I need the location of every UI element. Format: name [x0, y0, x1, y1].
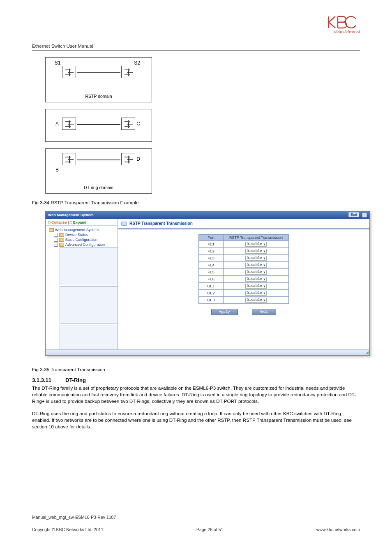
- tt-cell: Disable ▼: [224, 290, 289, 297]
- chevron-down-icon: ▼: [263, 284, 265, 288]
- tree-device-status[interactable]: Device Status: [48, 232, 116, 237]
- col-tt: RSTP Transparent Transmission: [224, 235, 289, 241]
- help-button[interactable]: Help: [252, 309, 277, 315]
- section-number: 3.1.3.11: [32, 377, 51, 383]
- port-cell: FE2: [199, 248, 224, 255]
- switch-node-b: [62, 153, 76, 165]
- folder-icon: [59, 238, 64, 242]
- table-row: GE1Disable ▼: [199, 283, 289, 290]
- chevron-down-icon: ▼: [263, 243, 265, 246]
- nav-tree: Web Management System Device Status Basi…: [46, 226, 118, 349]
- webui-footer: ◢: [46, 349, 369, 355]
- table-row: FE5Disable ▼: [199, 269, 289, 276]
- footer-ref: Manual_web_mgt_sw-ESML6-P3-Rev 1107: [32, 515, 360, 520]
- diagram-node-a-label: A: [55, 121, 59, 127]
- sidebar: □ Collapse | □ Expand Web Management Sys…: [46, 219, 118, 349]
- table-row: FE4Disable ▼: [199, 262, 289, 269]
- table-row: FE6Disable ▼: [199, 276, 289, 283]
- tree-vlan[interactable]: VLAN: [48, 286, 116, 324]
- tree-root[interactable]: Web Management System: [48, 227, 116, 232]
- folder-icon: [59, 243, 64, 247]
- ports-table: Port RSTP Transparent Transmission FE1Di…: [198, 234, 289, 304]
- section-heading: 3.1.3.11 DT-Ring: [32, 377, 360, 383]
- page-icon: [60, 286, 118, 324]
- chevron-down-icon: ▼: [263, 257, 265, 260]
- main-panel: RSTP Transparent Transmission Port RSTP …: [118, 219, 369, 349]
- col-port: Port: [199, 235, 224, 241]
- switch-node-a: [62, 118, 76, 130]
- tt-cell: Disable ▼: [224, 269, 289, 276]
- tt-select[interactable]: Disable ▼: [245, 249, 267, 254]
- tt-select[interactable]: Disable ▼: [245, 298, 267, 303]
- page-icon: [60, 325, 118, 349]
- diagram-node-s2-label: S2: [134, 60, 140, 66]
- expand-link[interactable]: □ Expand: [70, 220, 86, 224]
- chevron-down-icon: ▼: [263, 278, 265, 281]
- tt-select[interactable]: Disable ▼: [245, 270, 267, 275]
- apply-button[interactable]: Apply: [211, 309, 238, 315]
- switch-node-c: [121, 118, 135, 130]
- tree-port-rate[interactable]: Port Rate: [48, 247, 116, 286]
- paragraph-2: DT-Ring uses the ring and port status to…: [32, 410, 360, 430]
- folder-icon: [49, 228, 54, 232]
- webui-title: Web Management System: [48, 213, 94, 217]
- main-heading-row: RSTP Transparent Transmission: [118, 219, 369, 229]
- port-cell: FE6: [199, 276, 224, 283]
- chevron-down-icon: ▼: [263, 271, 265, 274]
- minus-icon: [54, 243, 58, 247]
- resize-grip-icon[interactable]: ◢: [366, 350, 369, 354]
- tt-select[interactable]: Disable ▼: [245, 277, 267, 282]
- switch-node-s2: [121, 66, 135, 78]
- diagram-node-s1-label: S1: [55, 60, 61, 66]
- table-row: FE1Disable ▼: [199, 241, 289, 248]
- webui-titlebar: Web Management System Exit: [46, 211, 369, 219]
- table-row: GE3Disable ▼: [199, 297, 289, 304]
- table-row: FE3Disable ▼: [199, 255, 289, 262]
- diagram-node-b-label: B: [55, 167, 59, 173]
- diagram-node-c-label: C: [136, 121, 140, 127]
- logo-tagline: data delivered: [327, 29, 360, 34]
- manual-title: Ethernet Switch User Manual: [32, 44, 360, 49]
- page-icon: [60, 247, 118, 285]
- switch-node-s1: [62, 66, 76, 78]
- chevron-down-icon: ▼: [263, 250, 265, 253]
- tt-select[interactable]: Disable ▼: [245, 242, 267, 247]
- tt-select[interactable]: Disable ▼: [245, 263, 267, 268]
- page-footer: Manual_web_mgt_sw-ESML6-P3-Rev 1107 Copy…: [32, 515, 360, 532]
- tt-cell: Disable ▼: [224, 262, 289, 269]
- tt-select[interactable]: Disable ▼: [245, 256, 267, 261]
- table-row: FE2Disable ▼: [199, 248, 289, 255]
- web-management-screenshot: Web Management System Exit □ Collapse | …: [45, 211, 370, 356]
- tt-select[interactable]: Disable ▼: [245, 284, 267, 289]
- port-cell: GE2: [199, 290, 224, 297]
- plus-icon: [54, 238, 58, 242]
- fig34-caption: Fig 3-34 RSTP Transparent Transmission E…: [32, 200, 360, 205]
- dtring-domain-label: DT-ring domain: [84, 185, 113, 190]
- tree-basic-config[interactable]: Basic Configuration: [48, 237, 116, 242]
- tt-cell: Disable ▼: [224, 276, 289, 283]
- ie-icon: [362, 213, 367, 217]
- table-row: GE2Disable ▼: [199, 290, 289, 297]
- heading-icon: [121, 222, 127, 226]
- tt-cell: Disable ▼: [224, 248, 289, 255]
- rstp-domain-label: RSTP domain: [85, 94, 112, 99]
- chevron-down-icon: ▼: [263, 298, 265, 302]
- mid-box: A C: [45, 109, 152, 142]
- tree-port-mirroring[interactable]: Port Mirroring: [48, 324, 116, 349]
- tt-cell: Disable ▼: [224, 241, 289, 248]
- chevron-down-icon: ▼: [263, 264, 265, 267]
- tt-cell: Disable ▼: [224, 255, 289, 262]
- paragraph-1: The DT-Ring family is a set of proprieta…: [32, 385, 360, 405]
- footer-copyright: Copyright © KBC Networks Ltd. 2011: [32, 527, 103, 532]
- tt-select[interactable]: Disable ▼: [245, 291, 267, 296]
- port-cell: FE4: [199, 262, 224, 269]
- diagram-node-d-label: D: [136, 156, 140, 162]
- rstp-diagram: S1 S2 RSTP domain A C B: [45, 57, 152, 194]
- collapse-link[interactable]: □ Collapse: [48, 220, 67, 224]
- footer-url: www.kbcnetworks.com: [316, 527, 360, 532]
- tree-advanced-config[interactable]: Advanced Configuration: [48, 242, 116, 247]
- header-rule: [32, 50, 360, 51]
- port-cell: GE1: [199, 283, 224, 290]
- plus-icon: [54, 233, 58, 237]
- exit-button[interactable]: Exit: [348, 212, 360, 217]
